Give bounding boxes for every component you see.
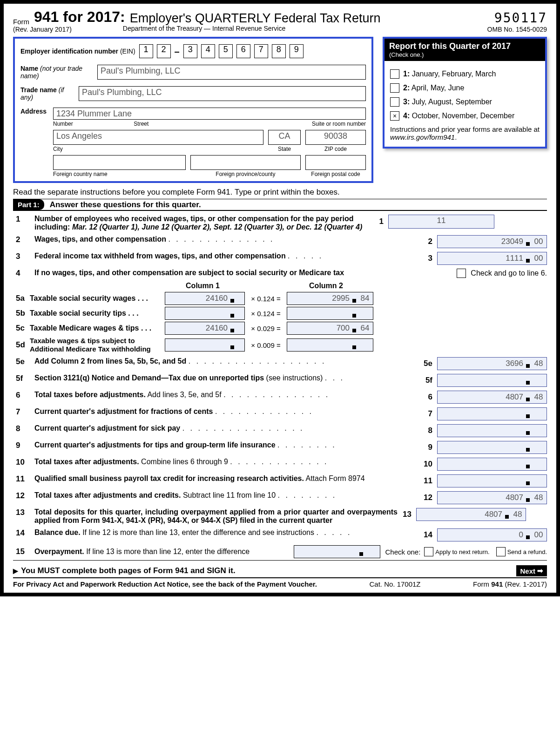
amount-field[interactable]: 480748 (437, 491, 547, 504)
street-field[interactable]: 1234 Plummer Lane (53, 108, 366, 120)
amount-field[interactable] (437, 424, 547, 437)
col1-field[interactable] (165, 307, 245, 320)
apply-next-return-checkbox[interactable] (424, 547, 433, 556)
quarter-checkbox[interactable] (390, 83, 399, 93)
col1-field[interactable]: 24160 (165, 322, 245, 335)
amount-field[interactable]: 480748 (437, 391, 547, 404)
amount-field[interactable] (437, 458, 547, 471)
ein-digit[interactable]: 5 (219, 44, 233, 58)
state-field[interactable]: CA (268, 130, 301, 145)
col1-field[interactable] (165, 338, 245, 352)
quarter-checkbox[interactable] (390, 69, 399, 79)
line-1-value[interactable]: 11 (388, 215, 494, 229)
send-refund-checkbox[interactable] (496, 547, 506, 556)
arrow-icon: ▶ (13, 567, 18, 575)
quarter-checkbox[interactable] (390, 97, 399, 107)
instructions-line: Read the separate instructions before yo… (13, 188, 547, 197)
quarter-box: Report for this Quarter of 2017 (Check o… (383, 37, 547, 149)
col2-field[interactable]: 299584 (287, 292, 373, 305)
ein-digit[interactable]: 7 (254, 44, 268, 58)
next-button[interactable]: Next➡ (516, 565, 547, 576)
line-15-amount[interactable] (294, 545, 380, 558)
amount-field[interactable] (437, 374, 547, 387)
foreign-province-field[interactable] (190, 155, 301, 170)
header: Form 941 for 2017: Employer's QUARTERLY … (13, 8, 547, 33)
ein-digit[interactable]: 6 (236, 44, 250, 58)
amount-field[interactable]: 480748 (416, 508, 526, 521)
col2-field[interactable] (287, 307, 373, 320)
col1-field[interactable]: 24160 (165, 292, 245, 305)
part-1-header: Part 1: Answer these questions for this … (13, 199, 547, 211)
address-label: Address (20, 108, 48, 177)
form-title: 941 for 2017: (34, 8, 125, 26)
quarter-checkbox[interactable]: × (390, 111, 399, 121)
omb-number: OMB No. 1545-0029 (487, 26, 547, 33)
ein-digit[interactable]: 2 (157, 44, 171, 58)
ein-digit[interactable]: 1 (139, 44, 153, 58)
amount-field[interactable] (437, 407, 547, 420)
footer: For Privacy Act and Paperwork Reduction … (13, 580, 547, 588)
col2-field[interactable] (287, 338, 373, 352)
arrow-right-icon: ➡ (537, 567, 543, 575)
form-word: Form (13, 18, 29, 26)
city-field[interactable]: Los Angeles (53, 130, 263, 145)
revision: (Rev. January 2017) (13, 26, 72, 33)
employer-info-box: Employer identification number (EIN) 1 2… (13, 37, 373, 183)
department: Department of the Treasury — Internal Re… (123, 25, 285, 33)
amount-field[interactable]: 111100 (437, 252, 547, 265)
foreign-postal-field[interactable] (305, 155, 366, 170)
amount-field[interactable] (437, 474, 547, 487)
quarter-title: Report for this Quarter of 2017 (389, 41, 540, 51)
form-941-page: Form 941 for 2017: Employer's QUARTERLY … (0, 0, 560, 596)
ocr-code: 950117 (487, 10, 547, 26)
form-subtitle: Employer's QUARTERLY Federal Tax Return (130, 11, 381, 26)
amount-field[interactable]: 369648 (437, 357, 547, 370)
ein-label: Employer identification number (20, 47, 118, 55)
ein-digit[interactable]: 9 (290, 44, 304, 58)
zip-field[interactable]: 90038 (305, 130, 366, 145)
col2-field[interactable]: 70064 (287, 322, 373, 335)
ein-digit[interactable]: 3 (183, 44, 197, 58)
amount-field[interactable]: 2304900 (437, 235, 547, 248)
ein-digit[interactable]: 8 (272, 44, 286, 58)
amount-field[interactable] (437, 441, 547, 454)
ein-digit[interactable]: 4 (201, 44, 215, 58)
name-field[interactable]: Paul's Plumbing, LLC (97, 65, 366, 80)
foreign-country-field[interactable] (53, 155, 186, 170)
amount-field[interactable]: 000 (437, 528, 547, 541)
line-4-checkbox[interactable] (457, 269, 466, 278)
trade-name-field[interactable]: Paul's Plumbing, LLC (79, 86, 366, 101)
